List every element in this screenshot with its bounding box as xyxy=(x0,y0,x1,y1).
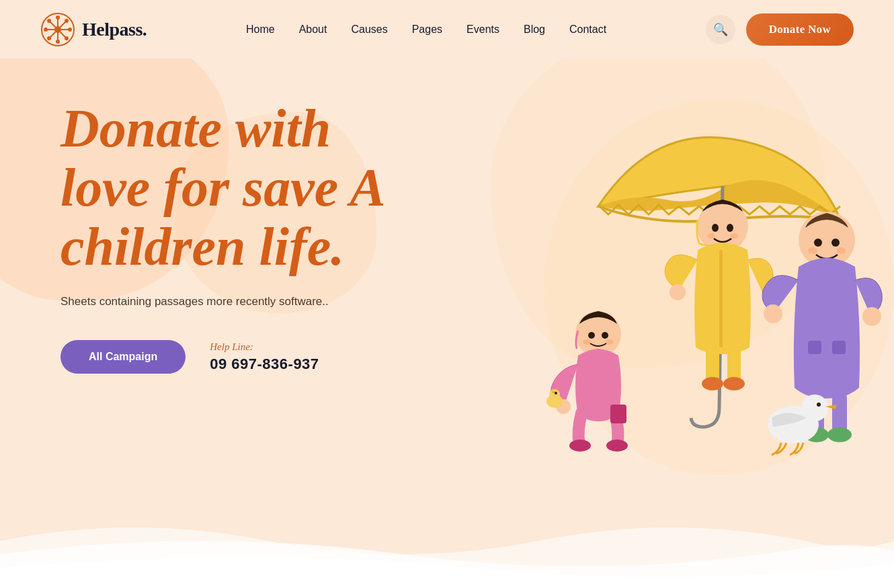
svg-point-47 xyxy=(862,307,881,326)
nav-item-home[interactable]: Home xyxy=(246,24,275,36)
svg-point-17 xyxy=(712,224,719,232)
svg-point-35 xyxy=(555,392,557,394)
svg-point-20 xyxy=(730,233,738,239)
svg-point-40 xyxy=(814,239,822,247)
hero-content: Donate with love for save A children lif… xyxy=(60,99,386,374)
svg-point-26 xyxy=(723,377,745,390)
hero-section: Donate with love for save A children lif… xyxy=(0,58,894,588)
svg-point-51 xyxy=(827,427,852,442)
nav-item-about[interactable]: About xyxy=(299,24,327,36)
hero-title: Donate with love for save A children lif… xyxy=(60,99,386,276)
svg-rect-44 xyxy=(808,341,821,354)
svg-point-12 xyxy=(48,37,50,40)
hero-actions: All Campaign Help Line: 09 697-836-937 xyxy=(60,340,386,374)
svg-rect-45 xyxy=(832,341,846,354)
svg-point-5 xyxy=(56,16,59,19)
svg-point-11 xyxy=(65,19,68,22)
svg-rect-38 xyxy=(610,405,626,423)
svg-point-25 xyxy=(702,377,723,390)
helpass-logo-icon xyxy=(40,12,75,47)
svg-point-19 xyxy=(707,233,715,239)
svg-point-29 xyxy=(602,332,608,339)
donate-now-button[interactable]: Donate Now xyxy=(746,13,854,46)
logo-text: Helpass. xyxy=(82,19,147,40)
nav-right: 🔍 Donate Now xyxy=(706,13,854,46)
nav-item-causes[interactable]: Causes xyxy=(351,24,387,36)
svg-point-43 xyxy=(836,247,846,254)
helpline-info: Help Line: 09 697-836-937 xyxy=(210,341,319,373)
svg-point-36 xyxy=(569,439,591,452)
svg-point-41 xyxy=(831,239,840,247)
svg-point-8 xyxy=(69,28,71,31)
svg-point-31 xyxy=(606,339,614,345)
svg-point-6 xyxy=(56,40,59,43)
svg-point-53 xyxy=(801,394,828,421)
svg-point-18 xyxy=(727,224,733,232)
svg-rect-21 xyxy=(719,250,723,347)
svg-point-22 xyxy=(669,284,686,300)
svg-point-13 xyxy=(54,26,61,33)
svg-point-30 xyxy=(583,339,591,345)
nav-item-pages[interactable]: Pages xyxy=(412,24,442,36)
svg-point-42 xyxy=(808,247,817,254)
nav-links: Home About Causes Pages Events Blog Cont… xyxy=(246,24,606,36)
search-button[interactable]: 🔍 xyxy=(706,15,735,44)
navbar: Helpass. Home About Causes Pages Events … xyxy=(0,0,894,58)
nav-item-contact[interactable]: Contact xyxy=(569,24,606,36)
hero-illustration xyxy=(464,58,894,502)
svg-point-34 xyxy=(549,389,560,400)
search-icon: 🔍 xyxy=(713,22,728,37)
helpline-label: Help Line: xyxy=(210,341,319,353)
logo: Helpass. xyxy=(40,12,147,47)
svg-point-37 xyxy=(606,439,628,452)
svg-point-10 xyxy=(65,37,68,40)
nav-item-events[interactable]: Events xyxy=(466,24,499,36)
svg-point-28 xyxy=(588,332,595,339)
svg-point-7 xyxy=(44,28,47,31)
svg-point-9 xyxy=(48,19,50,22)
svg-point-46 xyxy=(764,304,782,323)
all-campaign-button[interactable]: All Campaign xyxy=(60,340,186,374)
bottom-wave xyxy=(0,501,894,588)
helpline-number: 09 697-836-937 xyxy=(210,355,319,373)
hero-subtitle: Sheets containing passages more recently… xyxy=(60,292,386,310)
svg-point-54 xyxy=(817,403,821,407)
children-illustration-svg xyxy=(464,58,894,502)
nav-item-blog[interactable]: Blog xyxy=(524,24,545,36)
